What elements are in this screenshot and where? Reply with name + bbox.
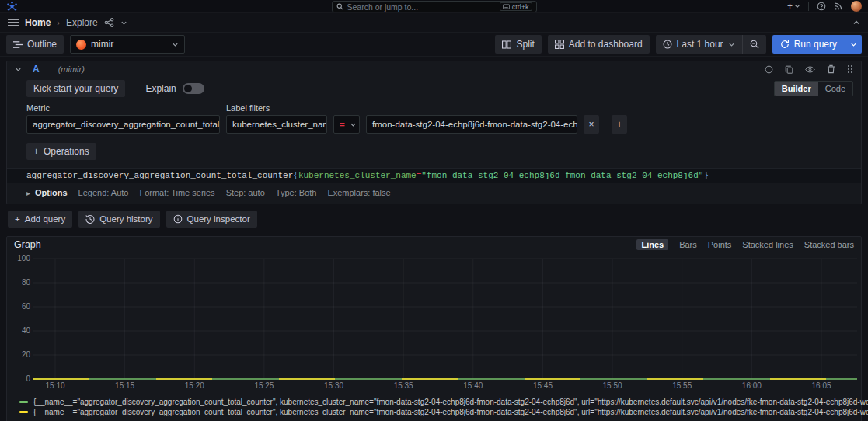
share-icon[interactable] [104,18,114,27]
time-series-chart[interactable]: 02040608010015:1015:1515:2015:2515:3015:… [7,252,861,395]
divider [808,2,809,11]
tab-builder[interactable]: Builder [775,82,818,96]
breadcrumb: Home › Explore [25,17,98,28]
legend-series-label: {__name__="aggregator_discovery_aggregat… [33,408,868,416]
legend-series-label: {__name__="aggregator_discovery_aggregat… [33,398,868,406]
label-filters-label: Label filters [226,103,270,113]
chevron-down-icon [850,41,857,48]
shortcut-badge: ctrl+k [500,2,532,11]
history-icon [85,214,95,224]
explore-toolbar: Outline mimir Split Add to dashboard [0,33,868,57]
chevron-right-icon: ▸ [26,189,30,197]
svg-text:80: 80 [22,278,31,287]
run-query-button[interactable]: Run query [772,35,845,54]
news-icon[interactable] [834,2,843,11]
drag-handle-icon[interactable] [847,64,853,74]
legend-item[interactable]: {__name__="aggregator_discovery_aggregat… [19,397,861,407]
svg-text:15:15: 15:15 [115,381,134,390]
svg-text:0: 0 [26,374,30,383]
close-icon: × [588,119,594,130]
chevron-down-icon [350,121,357,128]
split-button[interactable]: Split [495,35,541,54]
info-circle-icon [173,214,183,224]
copy-icon[interactable] [785,65,793,74]
user-avatar[interactable] [851,1,862,12]
tab-bars[interactable]: Bars [679,240,697,249]
breadcrumb-explore[interactable]: Explore [66,17,98,28]
run-query-split-button: Run query [772,35,862,54]
search-minus-icon [750,40,759,49]
sync-icon [780,40,790,49]
time-range-button[interactable]: Last 1 hour [656,35,742,54]
info-circle-icon[interactable] [765,65,773,74]
query-options-row: ▸ Options Legend: Auto Format: Time seri… [26,183,853,199]
svg-text:20: 20 [22,350,31,359]
chevron-down-icon [15,66,22,73]
code-label-value: "fmon-data-stg2-04-echp8j6d-fmon-data-st… [421,171,703,180]
legend-item[interactable]: {__name__="aggregator_discovery_aggregat… [19,407,861,417]
kickstart-query-button[interactable]: Kick start your query [26,80,125,97]
tab-stacked-bars[interactable]: Stacked bars [804,240,854,249]
query-row-header[interactable]: A (mimir) [7,61,861,77]
tab-lines[interactable]: Lines [636,239,668,250]
add-filter-button[interactable]: + [612,115,627,134]
clock-icon [663,40,672,49]
add-query-button[interactable]: + Add query [8,210,72,228]
svg-text:16:05: 16:05 [811,381,831,390]
new-menu-button[interactable]: + [787,1,800,12]
help-icon[interactable] [817,2,826,11]
tab-points[interactable]: Points [708,240,732,249]
query-datasource-hint: (mimir) [58,64,85,74]
plus-icon: + [616,119,622,130]
explain-label: Explain [145,83,176,94]
collapse-chevron-up-icon[interactable] [852,19,860,26]
graph-panel: Graph Lines Bars Points Stacked lines St… [6,236,862,421]
metric-select[interactable]: aggregator_discovery_aggregation_count_t… [26,115,220,134]
graph-style-tabs: Lines Bars Points Stacked lines Stacked … [636,239,854,250]
add-to-dashboard-button[interactable]: Add to dashboard [548,35,650,54]
editor-mode-toggle: Builder Code [774,81,853,96]
svg-text:15:35: 15:35 [394,381,413,390]
raw-query-preview: aggregator_discovery_aggregation_count_t… [7,168,861,183]
graph-panel-title: Graph [14,239,41,250]
filter-value-select[interactable]: fmon-data-stg2-04-echp8j6d-fmon-data-stg… [366,115,577,134]
svg-text:16:00: 16:00 [742,381,762,390]
svg-text:15:45: 15:45 [533,381,553,390]
query-inspector-button[interactable]: Query inspector [166,210,257,228]
split-icon [502,40,511,49]
query-editor-panel: A (mimir) [6,61,862,204]
option-legend: Legend: Auto [78,188,129,197]
plus-icon: + [787,1,793,12]
grafana-logo-icon[interactable] [6,1,18,12]
datasource-picker[interactable]: mimir [70,35,185,54]
breadcrumb-home[interactable]: Home [25,17,51,28]
run-query-dropdown[interactable] [845,35,862,54]
chevron-down-icon[interactable] [120,19,127,26]
options-toggle[interactable]: Options [35,188,68,197]
svg-text:40: 40 [22,326,31,335]
eye-icon[interactable] [805,65,815,74]
apps-grid-icon [555,40,564,49]
tab-stacked-lines[interactable]: Stacked lines [742,240,793,249]
global-search[interactable]: ctrl+k [332,1,537,12]
add-operations-button[interactable]: + Operations [26,143,96,160]
svg-text:15:10: 15:10 [45,381,64,390]
filter-label-select[interactable]: kubernetes_cluster_name [226,115,327,134]
explain-toggle[interactable] [183,83,204,94]
tab-code[interactable]: Code [818,82,852,96]
query-history-button[interactable]: Query history [78,210,159,228]
svg-text:15:20: 15:20 [185,381,204,390]
trash-icon[interactable] [827,64,835,74]
remove-filter-button[interactable]: × [584,115,599,134]
zoom-out-button[interactable] [742,35,766,54]
mimir-logo-icon [76,40,86,50]
menu-icon[interactable] [8,18,19,27]
filter-operator-select[interactable]: = [333,115,360,134]
search-input[interactable] [347,2,496,12]
code-label-name: kubernetes_cluster_name [298,171,417,180]
plus-icon: + [15,214,20,224]
plus-icon: + [33,146,39,157]
outline-button[interactable]: Outline [6,35,64,54]
search-icon [336,3,343,10]
chevron-down-icon [794,3,800,9]
